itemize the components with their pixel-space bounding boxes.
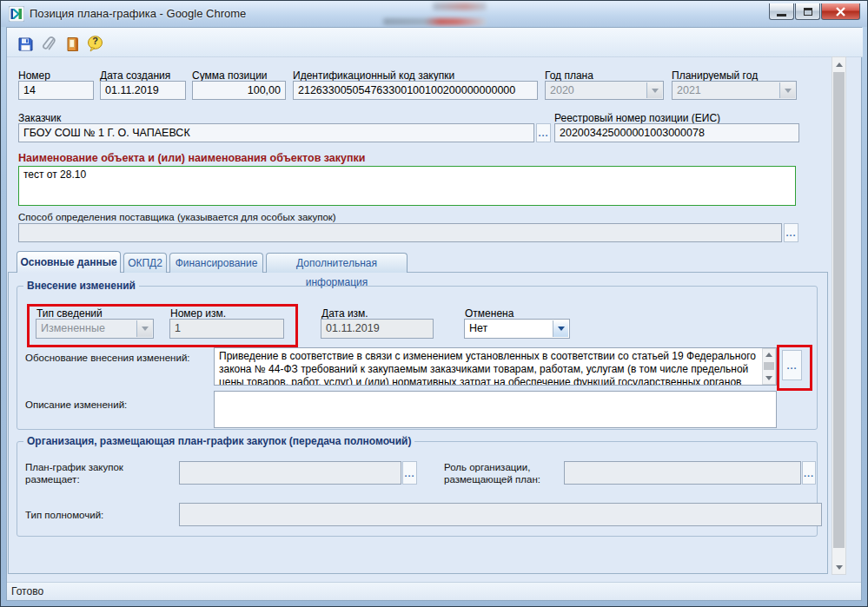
minimize-icon <box>777 14 786 16</box>
window: Позиция плана-графика - Google Chrome <box>0 0 868 607</box>
titlebar[interactable]: Позиция плана-графика - Google Chrome <box>1 1 867 27</box>
god-plana-label: Год плана <box>545 69 593 82</box>
tab-dop-informaciya[interactable]: Дополнительная информация <box>266 253 407 273</box>
summa-label: Сумма позиции <box>192 69 268 82</box>
zakazchik-label: Заказчик <box>18 112 61 124</box>
tab-finansirovanie[interactable]: Финансирование <box>169 253 263 273</box>
maximize-button[interactable] <box>795 3 820 20</box>
reference-button[interactable] <box>62 33 83 55</box>
chevron-down-icon[interactable] <box>646 82 662 98</box>
minimize-button[interactable] <box>769 3 794 20</box>
reestr-field[interactable]: 202003425000001003000078 <box>554 123 799 142</box>
page-scrollbar[interactable] <box>832 56 846 575</box>
nomer-field[interactable]: 14 <box>18 81 94 100</box>
toolbar <box>7 28 863 57</box>
redacted-smudge <box>433 3 487 10</box>
ikz-label: Идентификационный код закупки <box>293 69 454 82</box>
planiruemyj-god-combo[interactable]: 2021 <box>672 81 797 100</box>
reference-book-icon <box>64 36 82 53</box>
status-text: Готово <box>11 585 43 597</box>
save-button[interactable] <box>14 33 36 55</box>
chevron-down-icon[interactable] <box>779 82 795 98</box>
app-logo-icon <box>9 6 24 22</box>
planiruemyj-god-value: 2021 <box>677 84 701 96</box>
data-sozdaniya-label: Дата создания <box>100 69 170 82</box>
naimenovanie-label: Наименование объекта и (или) наименовани… <box>18 152 366 164</box>
god-plana-combo[interactable]: 2020 <box>545 81 664 100</box>
tab-okpd2[interactable]: ОКПД2 <box>123 253 167 273</box>
attach-button[interactable] <box>38 33 60 55</box>
help-button[interactable]: ? <box>84 33 106 55</box>
close-icon <box>835 7 846 16</box>
tab-panel <box>8 272 828 574</box>
sposob-browse-button[interactable]: ... <box>784 223 798 242</box>
naimenovanie-textarea[interactable]: тест от 28.10 <box>18 166 796 206</box>
summa-field[interactable]: 100,00 <box>192 81 286 100</box>
window-title: Позиция плана-графика - Google Chrome <box>30 1 246 26</box>
scroll-up-icon[interactable] <box>832 57 845 71</box>
sposob-label: Способ определения поставщика (указывает… <box>18 211 336 223</box>
redacted-smudge <box>383 18 486 25</box>
zakazchik-browse-button[interactable]: ... <box>536 123 551 142</box>
help-glyph: ? <box>84 36 106 46</box>
ikz-field[interactable]: 212633005054763300100100200000000000 <box>293 81 538 100</box>
data-sozdaniya-field[interactable]: 01.11.2019 <box>100 81 186 100</box>
reestr-label: Реестровый номер позиции (ЕИС) <box>554 112 720 124</box>
scroll-thumb[interactable] <box>833 72 845 548</box>
sposob-field[interactable] <box>18 223 782 242</box>
attachment-icon <box>41 36 58 53</box>
zakazchik-field[interactable]: ГБОУ СОШ № 1 Г. О. ЧАПАЕВСК <box>18 123 534 142</box>
planiruemyj-god-label: Планируемый год <box>672 69 758 82</box>
nomer-label: Номер <box>18 69 50 82</box>
close-button[interactable] <box>821 3 860 20</box>
window-controls <box>768 3 860 20</box>
scroll-down-icon[interactable] <box>832 560 845 574</box>
tab-osnovnye-dannye[interactable]: Основные данные <box>17 251 121 273</box>
status-bar: Готово <box>7 582 861 600</box>
god-plana-value: 2020 <box>550 84 574 96</box>
save-icon <box>17 36 34 53</box>
maximize-icon <box>804 8 812 16</box>
